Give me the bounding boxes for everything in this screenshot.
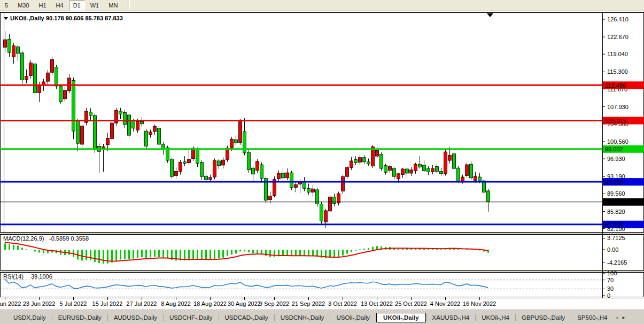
candle-body (230, 139, 234, 148)
candle-body (303, 182, 306, 188)
candle-body (478, 177, 482, 181)
symbol-tab-bar: USDX,DailyEURUSD-,DailyAUDUSD-,DailyUSDC… (0, 310, 644, 324)
candle-body (354, 159, 358, 163)
tab-eurusd-daily[interactable]: EURUSD-,Daily (52, 313, 107, 322)
x-axis-label[interactable]: 25 Oct 2022 (395, 300, 427, 307)
candle-body (141, 121, 144, 124)
x-axis-label[interactable]: 21 Sep 2022 (292, 300, 325, 307)
candle-body (457, 168, 460, 181)
tab-gbpusd-daily[interactable]: GBPUSD-,Daily (516, 313, 571, 322)
timeframe-button-h1[interactable]: H1 (35, 1, 51, 11)
y-axis-label: 115.300 (607, 68, 628, 75)
candle-body (363, 158, 366, 162)
timeframe-button-5[interactable]: 5 (1, 1, 12, 11)
candle-body (252, 168, 255, 174)
candle-body (410, 170, 413, 173)
x-axis-label[interactable]: 27 Jul 2022 (127, 300, 157, 307)
tab-usdcad-daily[interactable]: USDCAD-,Daily (219, 313, 274, 322)
candle-body (76, 121, 80, 144)
candle-body (12, 46, 15, 57)
candle-body (247, 152, 251, 170)
candle-body (277, 173, 281, 179)
candle-body (170, 159, 174, 176)
timeframe-button-h4[interactable]: H4 (52, 1, 68, 11)
x-axis-label[interactable]: 3 Oct 2022 (328, 300, 357, 307)
y-axis-label: 96.930 (607, 156, 625, 162)
price-tag-label: 99.002 (605, 146, 623, 152)
tab-ukoil-daily[interactable]: UKOil-,Daily (376, 313, 425, 322)
x-axis-label[interactable]: 4 Nov 2022 (430, 300, 460, 307)
candle-body (474, 176, 477, 180)
macd-indicator-label: MACD(12,26,9) (3, 235, 44, 242)
toolbar-separator (128, 1, 130, 10)
x-axis-label[interactable]: 8 Aug 2022 (161, 300, 191, 307)
candle-body (34, 64, 37, 92)
candle-body (453, 154, 456, 168)
y-axis-label: 107.930 (607, 104, 629, 110)
candle-body (72, 80, 75, 131)
rsi-axis-label: 100 (607, 270, 617, 276)
candle-body (448, 155, 452, 160)
candle-body (423, 165, 426, 171)
candle-body (389, 167, 392, 171)
candle-body (149, 132, 152, 134)
candle-body (111, 123, 114, 138)
x-axis-label[interactable]: 23 Jun 2022 (23, 300, 56, 307)
timeframe-button-d1[interactable]: D1 (69, 1, 85, 11)
pane-splitter[interactable] (0, 271, 644, 272)
timeframe-button-mn[interactable]: MN (104, 1, 122, 11)
tab-usdx-daily[interactable]: USDX,Daily (7, 313, 52, 322)
timeframe-button-m30[interactable]: M30 (13, 1, 33, 11)
price-tag-label: 105.015 (605, 118, 626, 124)
candle-body (183, 162, 187, 164)
candle-body (393, 168, 396, 176)
x-axis-label[interactable]: 15 Jul 2022 (92, 300, 123, 307)
tab-sp500-h4[interactable]: SP500-,H4 (571, 313, 613, 322)
pane-splitter[interactable] (0, 233, 644, 234)
candle-body (436, 167, 439, 172)
rsi-pane[interactable] (1, 273, 644, 297)
tab-xauusd-h4[interactable]: XAUUSD-,H4 (426, 313, 476, 322)
rsi-indicator-label: RSI(14) (3, 273, 24, 280)
candle-body (64, 90, 67, 99)
timeframe-button-w1[interactable]: W1 (86, 1, 104, 11)
candle-body (307, 188, 311, 192)
candle-body (346, 167, 349, 176)
price-chart-svg[interactable]: 126.410122.670119.040115.300111.670107.9… (0, 11, 644, 310)
tab-usoil-daily[interactable]: USOil-,Daily (330, 313, 376, 322)
candle-body (222, 160, 225, 165)
candle-body (119, 111, 122, 114)
candle-body (444, 152, 447, 174)
x-axis-label[interactable]: 5 Jul 2022 (60, 300, 87, 307)
tab-scroll-right-icon[interactable]: ▸ (620, 313, 627, 321)
price-tag-label: 83.086 (605, 221, 623, 228)
candle-body (158, 128, 161, 144)
price-tag-label: 87.833 (605, 199, 623, 205)
y-axis-label: 85.820 (607, 209, 625, 215)
x-axis-label[interactable]: 30 Aug 2022 (228, 300, 261, 307)
x-axis-label[interactable]: 9 Sep 2022 (259, 300, 289, 307)
tab-audusd-daily[interactable]: AUDUSD-,Daily (108, 313, 163, 322)
x-axis-label[interactable]: 13 Jun 2022 (0, 300, 21, 307)
price-tag-label: 112.486 (605, 82, 626, 89)
candle-body (350, 161, 353, 167)
x-axis-label[interactable]: 16 Nov 2022 (463, 300, 496, 307)
rsi-indicator-value: 39.1006 (31, 273, 52, 280)
tab-ukoil-h4[interactable]: UKOil-,H4 (476, 313, 515, 322)
candle-body (282, 173, 285, 178)
x-axis-label[interactable]: 13 Oct 2022 (361, 300, 393, 307)
candle-body (128, 115, 131, 135)
candle-body (342, 176, 345, 191)
candle-body (8, 39, 11, 52)
tab-scroll-left-icon[interactable]: ◂ (613, 313, 620, 321)
macd-axis-label: 0.00 (607, 246, 618, 253)
x-axis-label[interactable]: 18 Aug 2022 (193, 300, 227, 307)
candle-body (46, 73, 50, 81)
candle-body (175, 171, 178, 175)
tab-usdcnh-daily[interactable]: USDCNH-,Daily (275, 313, 330, 322)
candle-body (367, 162, 370, 164)
trading-terminal-window: 5M30H1H4D1W1MN 126.410122.670119.040115.… (0, 0, 644, 324)
candle-body (414, 164, 417, 171)
tab-usdchf-daily[interactable]: USDCHF-,Daily (164, 313, 219, 322)
main-pane[interactable] (1, 13, 644, 233)
